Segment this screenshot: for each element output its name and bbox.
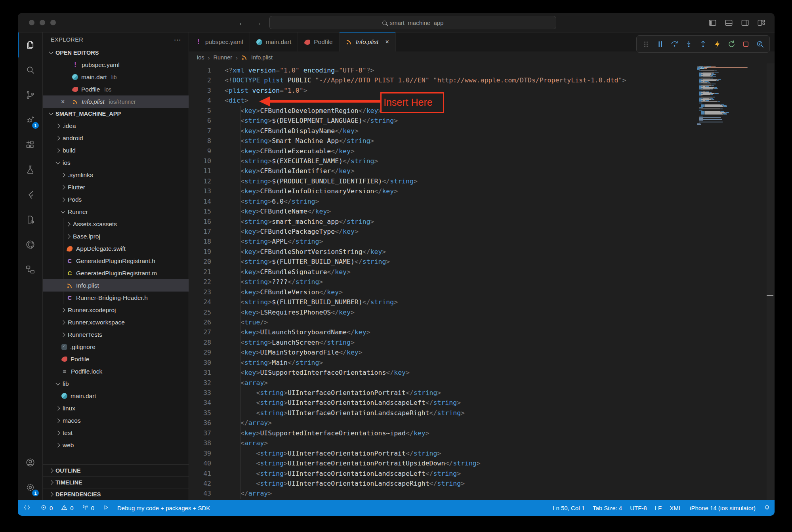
close-icon[interactable]: × xyxy=(385,38,389,46)
code-line[interactable]: 26 <true/> xyxy=(189,317,775,327)
gripper-button[interactable] xyxy=(639,37,653,51)
minimap[interactable] xyxy=(697,66,756,125)
section-dependencies[interactable]: DEPENDENCIES xyxy=(43,488,189,500)
tree-item-android[interactable]: android xyxy=(43,132,189,144)
tree-item-linux[interactable]: linux xyxy=(43,402,189,414)
layout-sidebar-right-icon[interactable] xyxy=(740,18,750,29)
activity-extensions-button[interactable] xyxy=(18,132,42,157)
tree-item-build[interactable]: build xyxy=(43,144,189,156)
activity-flutter-button[interactable] xyxy=(18,182,42,207)
tree-item-Runner-Bridging-Header.h[interactable]: CRunner-Bridging-Header.h xyxy=(43,292,189,304)
status-item-warning-triangle[interactable]: 0 xyxy=(57,500,77,516)
tree-item-Runner.xcworkspace[interactable]: Runner.xcworkspace xyxy=(43,316,189,328)
activity-search-button[interactable] xyxy=(18,57,42,82)
layout-sidebar-left-icon[interactable] xyxy=(708,18,717,29)
stop-button[interactable] xyxy=(739,37,752,51)
status-item-bell[interactable] xyxy=(760,500,775,516)
code-line[interactable]: 17 <key>CFBundlePackageType</key> xyxy=(189,227,775,236)
tree-item-ios[interactable]: ios xyxy=(43,156,189,169)
activity-testing-button[interactable] xyxy=(18,157,42,182)
breadcrumb-segment[interactable]: Runner xyxy=(214,54,233,61)
code-line[interactable]: 42 <string>UIInterfaceOrientationLandsca… xyxy=(189,479,775,488)
open-editor-main.dart[interactable]: main.dartlib xyxy=(43,71,189,83)
code-line[interactable]: 16 <string>smart_machine_app</string> xyxy=(189,217,775,227)
status-item-radio-tower[interactable]: 0 xyxy=(78,500,98,516)
code-line[interactable]: 12 <string>$(PRODUCT_BUNDLE_IDENTIFIER)<… xyxy=(189,176,775,186)
code-line[interactable]: 6 <string>$(DEVELOPMENT_LANGUAGE)</strin… xyxy=(189,116,775,126)
breadcrumb-file[interactable]: Info.plist xyxy=(251,54,273,61)
status-item-debug-start[interactable] xyxy=(98,500,113,516)
tab-Info.plist[interactable]: Info.plist× xyxy=(340,32,396,51)
open-editor-Info.plist[interactable]: ×Info.plistios/Runner xyxy=(43,95,189,108)
activity-settings-button[interactable]: 1 xyxy=(18,475,42,500)
project-root-header[interactable]: SMART_MACHINE_APP xyxy=(43,108,189,120)
code-line[interactable]: 7 <key>CFBundleDisplayName</key> xyxy=(189,126,775,136)
tab-Podfile[interactable]: Podfile xyxy=(298,32,339,51)
activity-run-debug-button[interactable]: 1 xyxy=(18,107,42,132)
code-line[interactable]: 33 <string>UIInterfaceOrientationPortrai… xyxy=(189,388,775,398)
code-line[interactable]: 38 <array> xyxy=(189,438,775,448)
status-item-iphone-14-ios-simulator-[interactable]: iPhone 14 (ios simulator) xyxy=(686,500,760,516)
code-line[interactable]: 1<?xml version="1.0" encoding="UTF-8"?> xyxy=(189,65,775,75)
tree-item-web[interactable]: web xyxy=(43,439,189,451)
open-editor-pubspec.yaml[interactable]: !pubspec.yaml xyxy=(43,59,189,71)
code-line[interactable]: 2<!DOCTYPE plist PUBLIC "-//Apple//DTD P… xyxy=(189,75,775,85)
restart-button[interactable] xyxy=(725,37,738,51)
activity-app-config-button[interactable] xyxy=(18,207,42,232)
activity-source-control-button[interactable] xyxy=(18,82,42,107)
status-item-xml[interactable]: XML xyxy=(666,500,686,516)
code-line[interactable]: 27 <key>UILaunchStoryboardName</key> xyxy=(189,327,775,337)
code-line[interactable]: 11 <key>CFBundleIdentifier</key> xyxy=(189,166,775,176)
code-line[interactable]: 43 </array> xyxy=(189,488,775,498)
tree-item-Podfile[interactable]: Podfile xyxy=(43,353,189,365)
status-item-tab-size-4[interactable]: Tab Size: 4 xyxy=(589,500,626,516)
close-icon[interactable]: × xyxy=(61,98,65,105)
code-line[interactable]: 5 <key>CFBundleDevelopmentRegion</key> xyxy=(189,106,775,116)
tree-item-macos[interactable]: macos xyxy=(43,414,189,427)
tree-item-Pods[interactable]: Pods xyxy=(43,193,189,206)
step-into-button[interactable] xyxy=(682,37,695,51)
tree-item-RunnerTests[interactable]: RunnerTests xyxy=(43,328,189,341)
tree-item-.idea[interactable]: .idea xyxy=(43,120,189,132)
tree-item-Assets.xcassets[interactable]: Assets.xcassets xyxy=(43,218,189,230)
pause-button[interactable] xyxy=(654,37,667,51)
code-line[interactable]: 28 <string>LaunchScreen</string> xyxy=(189,338,775,347)
status-item-lf[interactable]: LF xyxy=(651,500,666,516)
status-item-remote[interactable] xyxy=(18,500,36,516)
code-editor[interactable]: 1<?xml version="1.0" encoding="UTF-8"?>2… xyxy=(189,63,775,500)
code-line[interactable]: 37 <key>UISupportedInterfaceOrientations… xyxy=(189,428,775,438)
tree-item-.gitignore[interactable]: .gitignore xyxy=(43,341,189,353)
back-icon[interactable]: ← xyxy=(238,18,246,27)
code-line[interactable]: 30 <string>Main</string> xyxy=(189,358,775,368)
tab-main.dart[interactable]: main.dart xyxy=(250,32,298,51)
status-item-error-circle[interactable]: 0 xyxy=(36,500,57,516)
breadcrumb-segment[interactable]: ios xyxy=(197,54,204,61)
code-line[interactable]: 20 <string>$(FLUTTER_BUILD_NAME)</string… xyxy=(189,257,775,267)
tree-item-Runner[interactable]: Runner xyxy=(43,206,189,218)
close-window-button[interactable] xyxy=(29,20,34,25)
code-line[interactable]: 35 <string>UIInterfaceOrientationLandsca… xyxy=(189,408,775,418)
code-line[interactable]: 23 <key>CFBundleVersion</key> xyxy=(189,287,775,297)
tab-pubspec.yaml[interactable]: !pubspec.yaml xyxy=(189,32,250,51)
activity-account-button[interactable] xyxy=(18,450,42,475)
status-item-ln-50-col-1[interactable]: Ln 50, Col 1 xyxy=(549,500,589,516)
code-line[interactable]: 36 </array> xyxy=(189,418,775,428)
code-line[interactable]: 13 <key>CFBundleInfoDictionaryVersion</k… xyxy=(189,186,775,196)
scrollbar-track[interactable] xyxy=(767,63,775,500)
more-actions-icon[interactable]: ⋯ xyxy=(174,35,181,44)
tree-item-GeneratedPluginRegistrant.m[interactable]: CGeneratedPluginRegistrant.m xyxy=(43,267,189,279)
tree-item-GeneratedPluginRegistrant.h[interactable]: CGeneratedPluginRegistrant.h xyxy=(43,255,189,267)
tree-item-.symlinks[interactable]: .symlinks xyxy=(43,169,189,181)
tree-item-Runner.xcodeproj[interactable]: Runner.xcodeproj xyxy=(43,304,189,316)
code-line[interactable]: 32 <array> xyxy=(189,378,775,388)
code-line[interactable]: 10 <string>$(EXECUTABLE_NAME)</string> xyxy=(189,156,775,166)
status-item-debug-my-code-packages-sdk[interactable]: Debug my code + packages + SDK xyxy=(113,500,214,516)
open-editors-header[interactable]: OPEN EDITORS xyxy=(43,47,189,59)
code-line[interactable]: 15 <key>CFBundleName</key> xyxy=(189,206,775,216)
hot-reload-bolt-button[interactable] xyxy=(711,37,724,51)
code-line[interactable]: 34 <string>UIInterfaceOrientationLandsca… xyxy=(189,398,775,408)
open-editor-Podfile[interactable]: Podfileios xyxy=(43,83,189,95)
section-timeline[interactable]: TIMELINE xyxy=(43,476,189,488)
code-line[interactable]: 19 <key>CFBundleShortVersionString</key> xyxy=(189,247,775,257)
activity-references-button[interactable] xyxy=(18,257,42,282)
